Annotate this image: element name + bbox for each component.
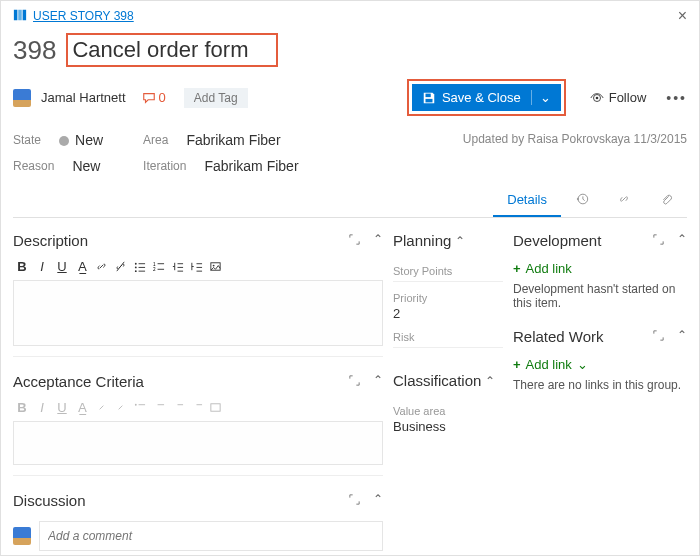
svg-rect-1 bbox=[18, 9, 22, 20]
description-editor[interactable] bbox=[13, 280, 383, 346]
breadcrumb-link[interactable]: USER STORY 398 bbox=[33, 9, 134, 23]
development-add-link[interactable]: + Add link bbox=[513, 261, 572, 276]
expand-icon[interactable] bbox=[652, 328, 665, 345]
svg-rect-2 bbox=[23, 9, 27, 20]
planning-heading: Planning bbox=[393, 232, 451, 249]
story-points-label: Story Points bbox=[393, 265, 503, 277]
tab-links[interactable] bbox=[603, 184, 645, 217]
svg-point-6 bbox=[595, 96, 598, 99]
svg-point-21 bbox=[135, 404, 137, 406]
svg-rect-24 bbox=[211, 404, 220, 411]
description-toolbar[interactable]: BIU A̲ 12 bbox=[13, 255, 383, 278]
area-label: Area bbox=[143, 133, 168, 147]
tab-history[interactable] bbox=[561, 184, 603, 217]
svg-rect-3 bbox=[425, 93, 430, 97]
discussion-heading: Discussion bbox=[13, 492, 86, 509]
svg-line-8 bbox=[117, 262, 124, 271]
more-actions-icon[interactable]: ••• bbox=[666, 90, 687, 106]
acceptance-editor[interactable] bbox=[13, 421, 383, 465]
expand-icon[interactable] bbox=[652, 232, 665, 249]
collapse-icon[interactable]: ⌃ bbox=[373, 492, 383, 509]
area-value[interactable]: Fabrikam Fiber bbox=[186, 132, 280, 148]
reason-value[interactable]: New bbox=[72, 158, 100, 174]
assignee-name[interactable]: Jamal Hartnett bbox=[41, 90, 126, 105]
value-area-label: Value area bbox=[393, 405, 503, 417]
follow-button[interactable]: Follow bbox=[590, 90, 647, 105]
svg-point-9 bbox=[135, 263, 137, 265]
svg-point-11 bbox=[135, 270, 137, 272]
tab-details[interactable]: Details bbox=[493, 184, 561, 217]
assignee-avatar[interactable] bbox=[13, 89, 31, 107]
save-button-label: Save & Close bbox=[442, 90, 521, 105]
tab-attachments[interactable] bbox=[645, 184, 687, 217]
chevron-down-icon: ⌄ bbox=[577, 357, 588, 372]
related-empty-text: There are no links in this group. bbox=[513, 378, 687, 392]
acceptance-toolbar[interactable]: BIU A̲ bbox=[13, 396, 383, 419]
collapse-icon[interactable]: ⌃ bbox=[677, 328, 687, 345]
risk-label: Risk bbox=[393, 331, 503, 343]
save-highlight: Save & Close ⌄ bbox=[407, 79, 566, 116]
comment-input[interactable] bbox=[39, 521, 383, 551]
svg-rect-4 bbox=[425, 98, 432, 102]
svg-point-10 bbox=[135, 267, 137, 269]
svg-text:1: 1 bbox=[153, 262, 156, 267]
classification-heading: Classification bbox=[393, 372, 481, 389]
save-and-close-button[interactable]: Save & Close ⌄ bbox=[412, 84, 561, 111]
priority-label: Priority bbox=[393, 292, 503, 304]
work-item-id: 398 bbox=[13, 35, 56, 66]
plus-icon: + bbox=[513, 357, 521, 372]
updated-text: Updated by Raisa Pokrovskaya 11/3/2015 bbox=[463, 132, 687, 174]
comments-count[interactable]: 0 bbox=[142, 90, 166, 105]
expand-icon[interactable] bbox=[348, 373, 361, 390]
acceptance-heading: Acceptance Criteria bbox=[13, 373, 144, 390]
development-empty-text: Development hasn't started on this item. bbox=[513, 282, 687, 310]
description-heading: Description bbox=[13, 232, 88, 249]
save-dropdown-icon[interactable]: ⌄ bbox=[531, 90, 551, 105]
svg-point-20 bbox=[213, 265, 215, 267]
close-icon[interactable]: × bbox=[678, 7, 687, 25]
iteration-value[interactable]: Fabrikam Fiber bbox=[204, 158, 298, 174]
current-user-avatar bbox=[13, 527, 31, 545]
collapse-icon[interactable]: ⌃ bbox=[485, 374, 495, 388]
plus-icon: + bbox=[513, 261, 521, 276]
expand-icon[interactable] bbox=[348, 232, 361, 249]
collapse-icon[interactable]: ⌃ bbox=[455, 234, 465, 248]
work-item-type-icon bbox=[13, 8, 33, 25]
collapse-icon[interactable]: ⌃ bbox=[677, 232, 687, 249]
priority-value[interactable]: 2 bbox=[393, 306, 503, 321]
svg-text:2: 2 bbox=[153, 267, 156, 272]
development-heading: Development bbox=[513, 232, 601, 249]
expand-icon[interactable] bbox=[348, 492, 361, 509]
related-add-link[interactable]: + Add link ⌄ bbox=[513, 357, 588, 372]
title-highlight bbox=[66, 33, 278, 67]
comments-count-value: 0 bbox=[159, 90, 166, 105]
reason-label: Reason bbox=[13, 159, 54, 173]
state-label: State bbox=[13, 133, 41, 147]
svg-rect-0 bbox=[14, 9, 18, 20]
add-tag-button[interactable]: Add Tag bbox=[184, 88, 248, 108]
state-value[interactable]: New bbox=[59, 132, 103, 148]
state-dot-icon bbox=[59, 136, 69, 146]
title-input[interactable] bbox=[72, 37, 272, 63]
collapse-icon[interactable]: ⌃ bbox=[373, 373, 383, 390]
value-area-value[interactable]: Business bbox=[393, 419, 503, 434]
collapse-icon[interactable]: ⌃ bbox=[373, 232, 383, 249]
related-heading: Related Work bbox=[513, 328, 604, 345]
iteration-label: Iteration bbox=[143, 159, 186, 173]
